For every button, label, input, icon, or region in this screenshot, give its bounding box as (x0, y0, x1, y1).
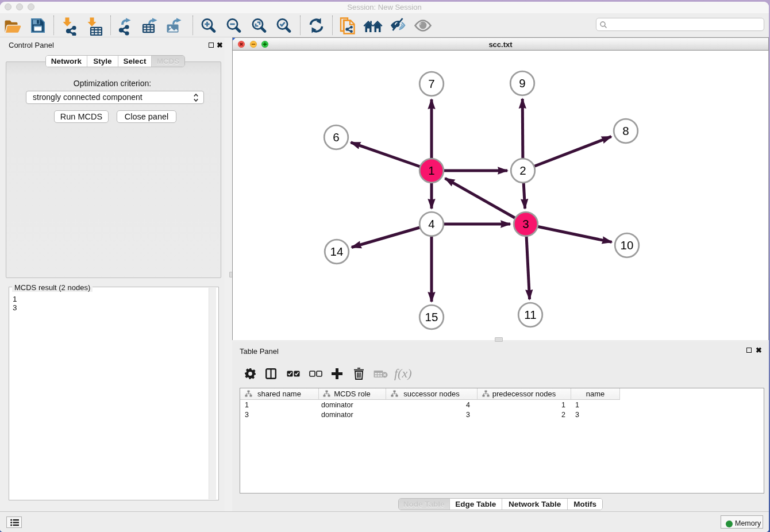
svg-text:11: 11 (524, 308, 536, 321)
svg-text:14: 14 (330, 245, 344, 258)
svg-text:3: 3 (522, 217, 529, 230)
svg-text:10: 10 (621, 238, 634, 252)
svg-text:8: 8 (622, 124, 629, 137)
svg-text:7: 7 (428, 77, 434, 90)
svg-text:9: 9 (519, 76, 525, 90)
svg-text:4: 4 (428, 217, 434, 230)
svg-text:1: 1 (428, 164, 434, 177)
svg-text:15: 15 (425, 310, 438, 323)
svg-text:2: 2 (519, 164, 526, 177)
svg-text:6: 6 (333, 130, 339, 144)
